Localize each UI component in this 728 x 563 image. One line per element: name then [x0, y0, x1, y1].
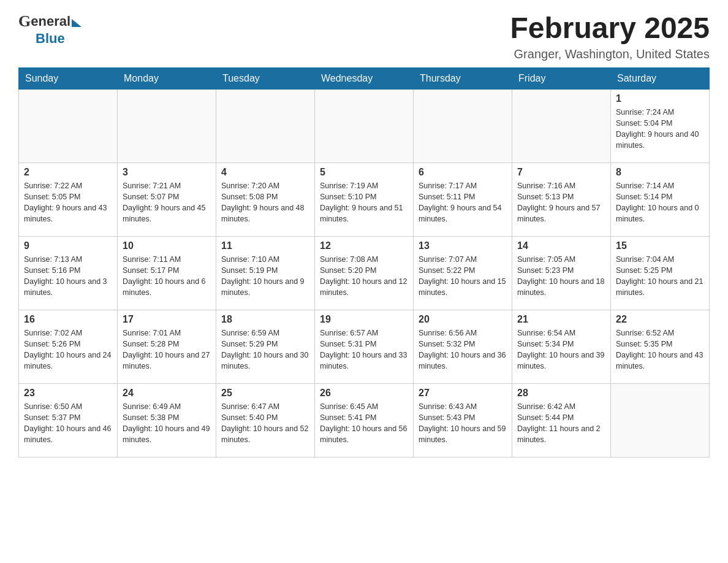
day-info: Sunrise: 7:17 AMSunset: 5:11 PMDaylight:… — [419, 180, 507, 225]
week-row-5: 23Sunrise: 6:50 AMSunset: 5:37 PMDayligh… — [19, 383, 710, 457]
day-number: 11 — [221, 240, 309, 251]
day-number: 28 — [517, 388, 605, 399]
calendar-cell — [19, 89, 118, 163]
calendar-cell: 5Sunrise: 7:19 AMSunset: 5:10 PMDaylight… — [315, 163, 414, 236]
calendar-cell: 7Sunrise: 7:16 AMSunset: 5:13 PMDaylight… — [512, 163, 611, 236]
logo-blue-text: Blue — [36, 31, 65, 47]
day-info: Sunrise: 7:04 AMSunset: 5:25 PMDaylight:… — [616, 254, 704, 299]
day-number: 27 — [419, 388, 507, 399]
day-info: Sunrise: 6:54 AMSunset: 5:34 PMDaylight:… — [517, 327, 605, 372]
day-info: Sunrise: 7:24 AMSunset: 5:04 PMDaylight:… — [616, 107, 704, 151]
calendar-cell: 24Sunrise: 6:49 AMSunset: 5:38 PMDayligh… — [118, 383, 216, 457]
calendar-cell: 13Sunrise: 7:07 AMSunset: 5:22 PMDayligh… — [414, 236, 512, 310]
page-header: G eneral Blue February 2025 Granger, Was… — [18, 12, 710, 61]
day-number: 2 — [24, 167, 112, 178]
week-row-2: 2Sunrise: 7:22 AMSunset: 5:05 PMDaylight… — [19, 163, 710, 236]
day-info: Sunrise: 7:08 AMSunset: 5:20 PMDaylight:… — [320, 254, 408, 299]
calendar-cell: 22Sunrise: 6:52 AMSunset: 5:35 PMDayligh… — [611, 310, 710, 383]
calendar-cell: 8Sunrise: 7:14 AMSunset: 5:14 PMDaylight… — [611, 163, 710, 236]
day-number: 18 — [221, 314, 309, 325]
day-number: 22 — [616, 314, 704, 325]
logo-g: G — [18, 12, 31, 31]
logo: G eneral Blue — [18, 12, 82, 47]
weekday-header-sunday: Sunday — [19, 67, 118, 89]
day-info: Sunrise: 7:19 AMSunset: 5:10 PMDaylight:… — [320, 180, 408, 225]
weekday-header-thursday: Thursday — [414, 67, 512, 89]
day-info: Sunrise: 6:43 AMSunset: 5:43 PMDaylight:… — [419, 401, 507, 446]
day-info: Sunrise: 7:11 AMSunset: 5:17 PMDaylight:… — [123, 254, 211, 299]
calendar-cell: 4Sunrise: 7:20 AMSunset: 5:08 PMDaylight… — [216, 163, 315, 236]
day-info: Sunrise: 6:59 AMSunset: 5:29 PMDaylight:… — [221, 327, 309, 372]
calendar-cell — [414, 89, 512, 163]
logo-triangle-icon — [72, 19, 82, 27]
calendar-cell — [512, 89, 611, 163]
calendar-cell — [216, 89, 315, 163]
day-number: 8 — [616, 167, 704, 178]
day-info: Sunrise: 7:20 AMSunset: 5:08 PMDaylight:… — [221, 180, 309, 225]
calendar-cell: 10Sunrise: 7:11 AMSunset: 5:17 PMDayligh… — [118, 236, 216, 310]
day-info: Sunrise: 7:22 AMSunset: 5:05 PMDaylight:… — [24, 180, 112, 225]
day-info: Sunrise: 7:07 AMSunset: 5:22 PMDaylight:… — [419, 254, 507, 299]
calendar-cell: 18Sunrise: 6:59 AMSunset: 5:29 PMDayligh… — [216, 310, 315, 383]
week-row-3: 9Sunrise: 7:13 AMSunset: 5:16 PMDaylight… — [19, 236, 710, 310]
weekday-header-friday: Friday — [512, 67, 611, 89]
week-row-1: 1Sunrise: 7:24 AMSunset: 5:04 PMDaylight… — [19, 89, 710, 163]
title-area: February 2025 Granger, Washington, Unite… — [510, 12, 710, 61]
calendar-cell — [118, 89, 216, 163]
weekday-header-monday: Monday — [118, 67, 216, 89]
logo-eneral: eneral — [31, 13, 70, 29]
day-number: 7 — [517, 167, 605, 178]
day-number: 12 — [320, 240, 408, 251]
day-info: Sunrise: 6:42 AMSunset: 5:44 PMDaylight:… — [517, 401, 605, 446]
day-info: Sunrise: 6:47 AMSunset: 5:40 PMDaylight:… — [221, 401, 309, 446]
week-row-4: 16Sunrise: 7:02 AMSunset: 5:26 PMDayligh… — [19, 310, 710, 383]
weekday-header-tuesday: Tuesday — [216, 67, 315, 89]
day-number: 10 — [123, 240, 211, 251]
day-info: Sunrise: 7:13 AMSunset: 5:16 PMDaylight:… — [24, 254, 112, 299]
calendar-cell: 14Sunrise: 7:05 AMSunset: 5:23 PMDayligh… — [512, 236, 611, 310]
calendar-cell: 9Sunrise: 7:13 AMSunset: 5:16 PMDaylight… — [19, 236, 118, 310]
day-info: Sunrise: 7:01 AMSunset: 5:28 PMDaylight:… — [123, 327, 211, 372]
day-number: 20 — [419, 314, 507, 325]
day-number: 4 — [221, 167, 309, 178]
calendar-cell: 16Sunrise: 7:02 AMSunset: 5:26 PMDayligh… — [19, 310, 118, 383]
calendar-cell: 26Sunrise: 6:45 AMSunset: 5:41 PMDayligh… — [315, 383, 414, 457]
day-number: 1 — [616, 93, 704, 104]
calendar-cell: 1Sunrise: 7:24 AMSunset: 5:04 PMDaylight… — [611, 89, 710, 163]
day-number: 26 — [320, 388, 408, 399]
calendar-cell — [611, 383, 710, 457]
weekday-header-row: SundayMondayTuesdayWednesdayThursdayFrid… — [19, 67, 710, 89]
day-number: 24 — [123, 388, 211, 399]
day-info: Sunrise: 7:02 AMSunset: 5:26 PMDaylight:… — [24, 327, 112, 372]
calendar-cell: 17Sunrise: 7:01 AMSunset: 5:28 PMDayligh… — [118, 310, 216, 383]
day-info: Sunrise: 7:05 AMSunset: 5:23 PMDaylight:… — [517, 254, 605, 299]
day-number: 17 — [123, 314, 211, 325]
calendar-cell: 25Sunrise: 6:47 AMSunset: 5:40 PMDayligh… — [216, 383, 315, 457]
day-number: 25 — [221, 388, 309, 399]
day-number: 15 — [616, 240, 704, 251]
day-number: 9 — [24, 240, 112, 251]
calendar-cell: 21Sunrise: 6:54 AMSunset: 5:34 PMDayligh… — [512, 310, 611, 383]
day-info: Sunrise: 6:45 AMSunset: 5:41 PMDaylight:… — [320, 401, 408, 446]
calendar-cell: 19Sunrise: 6:57 AMSunset: 5:31 PMDayligh… — [315, 310, 414, 383]
weekday-header-saturday: Saturday — [611, 67, 710, 89]
calendar-cell: 2Sunrise: 7:22 AMSunset: 5:05 PMDaylight… — [19, 163, 118, 236]
day-number: 13 — [419, 240, 507, 251]
day-number: 5 — [320, 167, 408, 178]
weekday-header-wednesday: Wednesday — [315, 67, 414, 89]
day-number: 3 — [123, 167, 211, 178]
calendar-cell: 20Sunrise: 6:56 AMSunset: 5:32 PMDayligh… — [414, 310, 512, 383]
calendar-cell: 11Sunrise: 7:10 AMSunset: 5:19 PMDayligh… — [216, 236, 315, 310]
calendar-cell: 15Sunrise: 7:04 AMSunset: 5:25 PMDayligh… — [611, 236, 710, 310]
calendar-cell: 28Sunrise: 6:42 AMSunset: 5:44 PMDayligh… — [512, 383, 611, 457]
day-number: 23 — [24, 388, 112, 399]
day-number: 16 — [24, 314, 112, 325]
day-info: Sunrise: 6:56 AMSunset: 5:32 PMDaylight:… — [419, 327, 507, 372]
day-number: 19 — [320, 314, 408, 325]
day-info: Sunrise: 6:57 AMSunset: 5:31 PMDaylight:… — [320, 327, 408, 372]
day-info: Sunrise: 7:16 AMSunset: 5:13 PMDaylight:… — [517, 180, 605, 225]
calendar-cell: 6Sunrise: 7:17 AMSunset: 5:11 PMDaylight… — [414, 163, 512, 236]
day-info: Sunrise: 7:14 AMSunset: 5:14 PMDaylight:… — [616, 180, 704, 225]
calendar-cell — [315, 89, 414, 163]
day-info: Sunrise: 7:10 AMSunset: 5:19 PMDaylight:… — [221, 254, 309, 299]
